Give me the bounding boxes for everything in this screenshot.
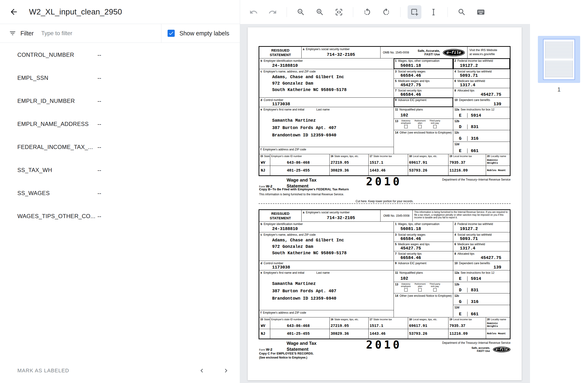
- back-button[interactable]: [7, 5, 21, 19]
- label-row-ss-wages[interactable]: SS_WAGES --: [0, 181, 240, 204]
- box-label-text: Other (see enclosed Notice to Employee): [399, 131, 452, 134]
- state-header-text: Local wages, tips, etc.: [413, 155, 437, 158]
- cut-here-text: Cut here. Keep lower portion for your re…: [356, 200, 413, 203]
- omb-number: OMB No. 1545-0008: [383, 214, 410, 217]
- show-empty-labels-toggle[interactable]: Show empty labels: [161, 24, 240, 42]
- w2-local-wages-cell: 18Local wages, tips, etc. 69617.91: [408, 317, 448, 329]
- irs-line: at www.irs.gov/efile: [469, 52, 508, 56]
- box-label-text: Employee's address and ZIP code: [263, 311, 306, 314]
- text-cursor-tool-button[interactable]: [427, 5, 441, 19]
- box-value: 102: [394, 276, 453, 282]
- box-num: 12d: [454, 142, 460, 146]
- label-value: --: [97, 213, 101, 220]
- state-value: 7935.37: [448, 324, 486, 328]
- box-label: 3Social security wages: [394, 69, 453, 73]
- w2-box-e-employee: eEmployee's first name and initial Last …: [259, 107, 394, 147]
- box-value: [394, 269, 453, 270]
- box-num: 12a: [454, 271, 459, 274]
- label-row-emplr-id-number[interactable]: EMPLR_ID_NUMBER --: [0, 89, 240, 112]
- w2-box-12c: 12c G316: [453, 130, 510, 142]
- state-header-text: State wages, tips, etc.: [335, 155, 359, 158]
- treasury-line: Department of the Treasury–Internal Reve…: [442, 178, 510, 181]
- w2-box-5-medicare-wages: 5Medicare wages and tips 45427.75: [394, 242, 453, 251]
- thumbnail-page-number: 1: [557, 86, 560, 93]
- w2-box-d-control-number: dControl number 1173038: [259, 98, 394, 107]
- label-row-emplr-name-address[interactable]: EMPLR_NAME_ADDRESS --: [0, 112, 240, 135]
- keyboard-shortcuts-button[interactable]: [474, 5, 488, 19]
- state-value: 69617.91: [408, 161, 448, 165]
- state-value: 27219.05: [330, 324, 368, 328]
- box-label-text: Employer identification number: [264, 59, 303, 62]
- document-page[interactable]: REISSUED STATEMENT aEmployee's social se…: [248, 27, 522, 380]
- tax-year: 2010: [366, 175, 402, 188]
- box-label: 5Medicare wages and tips: [394, 79, 453, 83]
- w2-box-12d: 12d E661: [453, 142, 510, 154]
- box-label-text: Dependent care benefits: [459, 262, 490, 265]
- box-num: 1: [395, 59, 397, 62]
- box-value: 5093.71: [453, 236, 510, 242]
- box-value: 139: [453, 102, 510, 107]
- show-empty-labels-checkbox[interactable]: [168, 30, 175, 37]
- box-value: 24-3188810: [259, 226, 394, 232]
- employee-address: Samantha Martinez 387 Burton Fords Apt. …: [259, 280, 394, 302]
- w2-local-tax-cell: 19Local income tax 7935.37: [448, 317, 486, 329]
- label-row-federal-income-tax[interactable]: FEDERAL_INCOME_TAX_... --: [0, 135, 240, 159]
- mark-as-labeled-button[interactable]: MARK AS LABELED: [17, 367, 69, 374]
- state-header-text: Locality name: [491, 155, 506, 158]
- box-label: 6Medicare tax withheld: [453, 79, 510, 83]
- box-value: 56081.18: [394, 63, 453, 69]
- filter-input[interactable]: [41, 30, 156, 37]
- zoom-in-button[interactable]: [313, 5, 327, 19]
- box-num: 16: [331, 155, 334, 158]
- zoom-out-button[interactable]: [294, 5, 308, 19]
- search-button[interactable]: [455, 5, 469, 19]
- label-row-wages-tips-other[interactable]: WAGES_TIPS_OTHER_CO... --: [0, 204, 240, 228]
- box-12-amount: 5914: [467, 276, 481, 281]
- toolbar-divider: [447, 7, 448, 17]
- undo-button[interactable]: [247, 5, 260, 19]
- redo-button[interactable]: [266, 5, 279, 19]
- previous-page-button[interactable]: [197, 365, 207, 376]
- box-value: 714-32-2105: [302, 216, 380, 222]
- box-num: 3: [395, 233, 397, 236]
- label-row-ss-tax-wh[interactable]: SS_TAX_WH --: [0, 159, 240, 181]
- box-label: 2Federal income tax withheld: [453, 222, 510, 226]
- app-root: W2_XL_input_clean_2950 Filter Show empty…: [0, 0, 588, 383]
- box-label: 11Nonqualified plans: [394, 107, 453, 111]
- safe-line: Safe, accurate,: [472, 346, 490, 349]
- bounding-box-tool-button[interactable]: [408, 5, 421, 19]
- w2-omb-cell: OMB No. 1545-0008: [380, 210, 413, 222]
- checkbox-label-line: employee: [401, 122, 411, 124]
- state-value: Dominic Heights: [486, 322, 510, 328]
- employee-address: Samantha Martinez 387 Burton Fords Apt. …: [259, 117, 394, 139]
- state-value: 1517.1: [369, 161, 408, 165]
- next-page-button[interactable]: [221, 365, 231, 376]
- state-value: 11216.09: [448, 332, 486, 336]
- box-num: 12b: [454, 283, 460, 286]
- form-word: Form: [259, 348, 265, 351]
- label-row-empl-ssn[interactable]: EMPL_SSN --: [0, 66, 240, 89]
- box-num: c: [260, 233, 262, 236]
- label-row-control-number[interactable]: CONTROL_NUMBER --: [0, 43, 240, 66]
- box-label-text: Control number: [264, 98, 283, 102]
- page-thumbnail[interactable]: [538, 36, 580, 83]
- box-num: 13: [395, 120, 398, 123]
- box-label: 7Social security tips: [394, 88, 453, 92]
- employer-address: Adams, Chase and Gilbert Inc 972 Gonzale…: [259, 237, 394, 256]
- label-value: --: [97, 190, 101, 197]
- w2-box-13-checkboxes: 13 Statutoryemployee Retirementplan: [394, 119, 453, 130]
- rotate-right-button[interactable]: [379, 5, 393, 19]
- box-value: 45427.75: [394, 246, 453, 251]
- box-value: 66584.46: [394, 92, 453, 98]
- w2-local-tax-cell: 19Local income tax 7935.37: [448, 154, 486, 166]
- form-title: Wage and TaxStatement: [287, 340, 316, 352]
- copy-b-line: Copy B--To Be Filed with Employee's FEDE…: [259, 187, 349, 191]
- fit-to-width-button[interactable]: [332, 5, 346, 19]
- box-label: 5Medicare wages and tips: [394, 242, 453, 246]
- document-canvas: REISSUED STATEMENT aEmployee's social se…: [240, 24, 530, 383]
- rotate-right-icon: [382, 8, 391, 16]
- tax-year: 2010: [366, 338, 402, 351]
- address-line: Adams, Chase and Gilbert Inc: [272, 237, 394, 243]
- rotate-left-button[interactable]: [360, 5, 374, 19]
- box-num: f: [260, 148, 261, 151]
